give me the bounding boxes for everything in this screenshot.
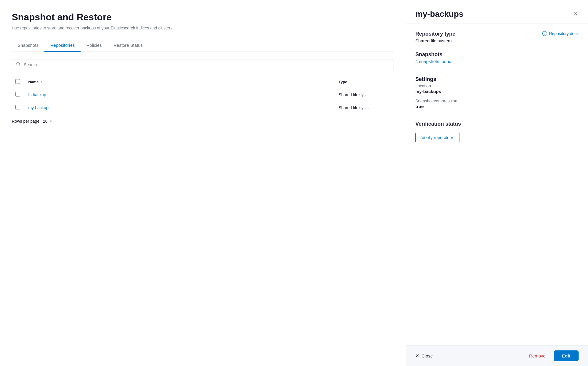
tab-snapshots[interactable]: Snapshots xyxy=(12,39,44,52)
flyout-body: Repository type Shared file system i Rep… xyxy=(406,24,588,345)
edit-button[interactable]: Edit xyxy=(554,350,579,361)
snapshot-compression-key: Snapshot compression xyxy=(415,99,579,103)
settings-heading: Settings xyxy=(415,76,579,82)
repo-type-section: Repository type Shared file system i Rep… xyxy=(415,31,579,44)
tab-policies[interactable]: Policies xyxy=(81,39,108,52)
name-sort-icon[interactable]: ↑ xyxy=(40,80,42,84)
repo-type-my-backups: Shared file sys... xyxy=(339,105,369,110)
row-checkbox-my-backups[interactable] xyxy=(15,105,20,109)
close-label: Close xyxy=(422,353,433,358)
svg-line-1 xyxy=(19,65,21,66)
page-title: Snapshot and Restore xyxy=(12,12,394,23)
snapshot-compression-setting: Snapshot compression true xyxy=(415,99,579,109)
rows-per-page-value: 20 xyxy=(43,119,48,124)
repo-docs-link[interactable]: i Repository docs xyxy=(542,31,579,36)
repo-type-fs-backup: Shared file sys... xyxy=(339,92,369,97)
table-row: fs-backup Shared file sys... xyxy=(12,88,394,101)
divider-2 xyxy=(415,115,579,115)
type-column-header: Type xyxy=(339,80,347,84)
remove-button[interactable]: Remove xyxy=(524,351,550,361)
flyout-panel: my-backups × Repository type Shared file… xyxy=(406,0,588,366)
verification-section: Verification status Verify repository xyxy=(415,121,579,143)
search-input[interactable] xyxy=(24,62,389,67)
name-column-header: Name xyxy=(28,80,39,84)
rows-per-page-label: Rows per page: xyxy=(12,119,41,124)
footer-actions: Remove Edit xyxy=(524,350,579,361)
docs-icon: i xyxy=(542,31,547,36)
tab-restore-status[interactable]: Restore Status xyxy=(108,39,149,52)
repositories-table: Name ↑ Type fs-backup Shared file sys...… xyxy=(12,76,394,114)
tab-repositories[interactable]: Repositories xyxy=(44,39,81,52)
repo-link-fs-backup[interactable]: fs-backup xyxy=(28,92,46,97)
repo-docs-label: Repository docs xyxy=(549,31,579,36)
repo-type-heading: Repository type xyxy=(415,31,455,37)
location-value: my-backups xyxy=(415,89,579,94)
tabs-nav: Snapshots Repositories Policies Restore … xyxy=(12,39,394,52)
chevron-down-icon: ▾ xyxy=(50,119,52,123)
repo-link-my-backups[interactable]: my-backups xyxy=(28,105,50,110)
select-all-checkbox[interactable] xyxy=(15,79,20,84)
repo-type-value: Shared file system xyxy=(415,38,455,43)
table-row: my-backups Shared file sys... xyxy=(12,101,394,114)
snapshot-compression-value: true xyxy=(415,104,579,109)
verification-heading: Verification status xyxy=(415,121,579,127)
svg-text:i: i xyxy=(544,32,545,36)
flyout-title: my-backups xyxy=(415,9,463,19)
search-icon xyxy=(16,62,21,68)
verify-repository-button[interactable]: Verify repository xyxy=(415,132,459,143)
snapshots-section-heading: Snapshots xyxy=(415,51,579,58)
rows-per-page-control[interactable]: Rows per page: 20 ▾ xyxy=(12,119,394,124)
flyout-header: my-backups × xyxy=(406,0,588,24)
divider-1 xyxy=(415,70,579,70)
search-bar xyxy=(12,59,394,70)
location-setting: Location my-backups xyxy=(415,84,579,94)
left-panel: Snapshot and Restore Use repositories to… xyxy=(0,0,406,366)
flyout-close-x-button[interactable]: × xyxy=(573,9,579,18)
row-checkbox-fs-backup[interactable] xyxy=(15,92,20,97)
flyout-footer: ✕ Close Remove Edit xyxy=(406,345,588,366)
close-x-icon: ✕ xyxy=(415,353,419,359)
page-subtitle: Use repositories to store and recover ba… xyxy=(12,26,394,30)
flyout-close-button[interactable]: ✕ Close xyxy=(415,353,433,359)
location-key: Location xyxy=(415,84,579,88)
snapshots-count-link[interactable]: 4 snapshots found xyxy=(415,59,452,64)
